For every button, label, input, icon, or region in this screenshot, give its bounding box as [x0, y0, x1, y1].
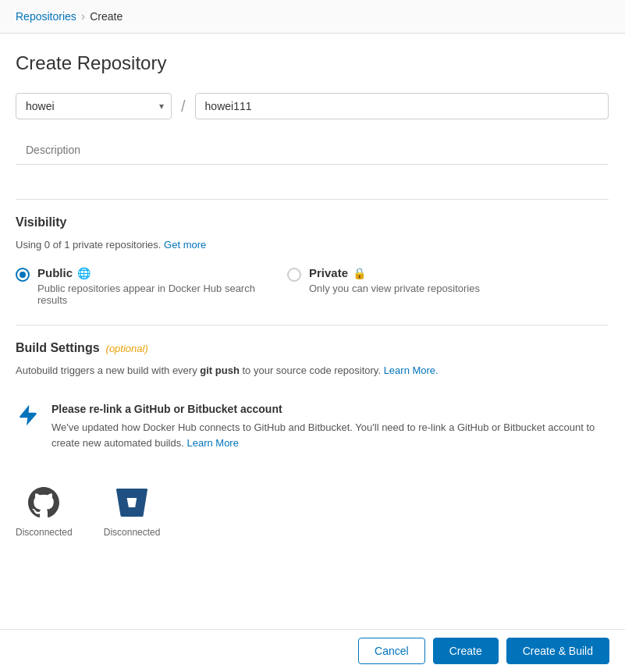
bitbucket-icon [114, 485, 150, 521]
provider-icons: Disconnected Disconnected [16, 477, 609, 546]
page-title: Create Repository [16, 52, 609, 74]
repo-name-row: howei ▾ / [16, 93, 609, 119]
bitbucket-provider[interactable]: Disconnected [104, 485, 161, 538]
relink-desc: We've updated how Docker Hub connects to… [51, 420, 609, 450]
relink-title: Please re-link a GitHub or Bitbucket acc… [51, 403, 609, 415]
breadcrumb-create: Create [90, 10, 123, 23]
breadcrumb: Repositories › Create [0, 0, 625, 34]
bitbucket-status: Disconnected [104, 527, 161, 538]
build-settings-title: Build Settings [16, 341, 100, 355]
description-input[interactable] [16, 135, 609, 165]
visibility-options: Public 🌐 Public repositories appear in D… [16, 266, 609, 306]
build-settings-header: Build Settings (optional) [16, 341, 609, 355]
lock-icon: 🔒 [353, 267, 366, 279]
visibility-option-private[interactable]: Private 🔒 Only you can view private repo… [287, 266, 480, 306]
breadcrumb-separator: › [81, 9, 85, 23]
lightning-icon [16, 403, 41, 433]
breadcrumb-repositories[interactable]: Repositories [16, 10, 76, 23]
private-desc: Only you can view private repositories [309, 283, 480, 294]
build-settings-section: Build Settings (optional) Autobuild trig… [16, 341, 609, 546]
autobuild-text: Autobuild triggers a new build with ever… [16, 364, 609, 376]
github-icon [26, 485, 62, 521]
visibility-option-public[interactable]: Public 🌐 Public repositories appear in D… [16, 266, 256, 306]
repo-name-input[interactable] [195, 93, 609, 119]
radio-private[interactable] [287, 268, 301, 282]
visibility-description: Using 0 of 1 private repositories. Get m… [16, 239, 609, 251]
visibility-title: Visibility [16, 215, 609, 229]
owner-select-wrapper: howei ▾ [16, 93, 172, 119]
divider-2 [16, 325, 609, 325]
optional-label: (optional) [106, 343, 148, 354]
radio-public[interactable] [16, 268, 30, 282]
relink-notice: Please re-link a GitHub or Bitbucket acc… [16, 392, 609, 461]
git-push-label: git push [200, 364, 240, 376]
relink-learn-more-link[interactable]: Learn More [186, 437, 238, 449]
visibility-section: Visibility Using 0 of 1 private reposito… [16, 215, 609, 306]
globe-icon: 🌐 [77, 267, 91, 279]
public-label: Public 🌐 [37, 266, 256, 279]
github-provider[interactable]: Disconnected [16, 485, 73, 538]
divider-1 [16, 199, 609, 200]
owner-select[interactable]: howei [16, 93, 172, 119]
learn-more-link[interactable]: Learn More. [384, 364, 439, 376]
slash-separator: / [181, 98, 186, 116]
public-desc: Public repositories appear in Docker Hub… [37, 283, 256, 306]
get-more-link[interactable]: Get more [164, 239, 206, 251]
github-status: Disconnected [16, 527, 73, 538]
private-label: Private 🔒 [309, 266, 480, 279]
main-content: Create Repository howei ▾ / Visibility U… [0, 34, 624, 583]
